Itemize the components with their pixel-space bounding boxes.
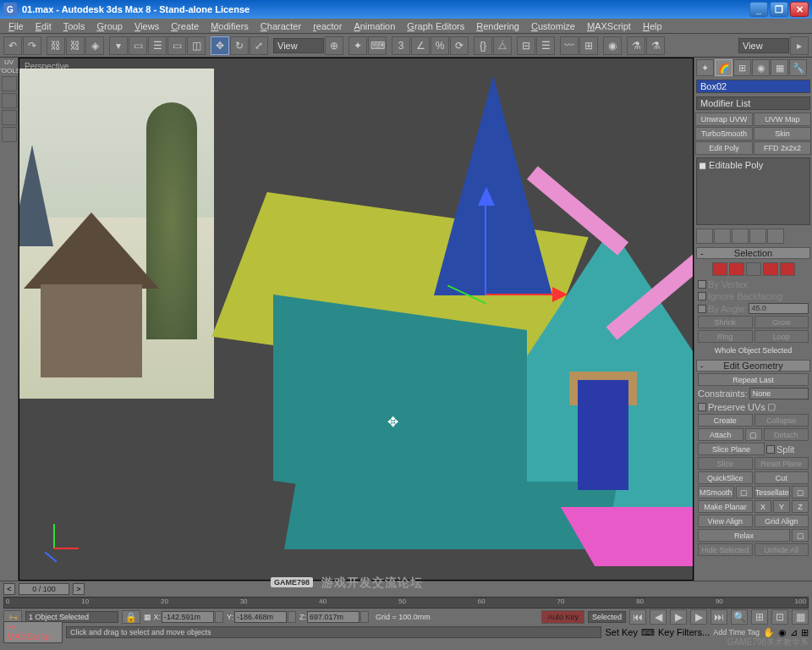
preserve-uvs-settings[interactable]: ▢ (767, 401, 776, 412)
uvtool-4[interactable] (2, 127, 17, 142)
cut-button[interactable]: Cut (754, 471, 809, 484)
mod-ffd[interactable]: FFD 2x2x2 (754, 141, 811, 155)
track-bar[interactable]: 0 10 20 30 40 50 60 70 80 90 100 (3, 597, 809, 609)
subobj-element[interactable] (780, 262, 795, 276)
align-button[interactable]: ⊟ (517, 36, 535, 55)
menu-character[interactable]: Character (255, 20, 306, 32)
remove-mod-button[interactable] (749, 229, 766, 244)
goto-start-button[interactable]: ⏮ (629, 609, 646, 625)
select-button[interactable]: ▭ (129, 36, 147, 55)
subobj-polygon[interactable] (763, 262, 778, 276)
tab-create[interactable]: ✦ (696, 59, 714, 76)
hide-selected-button[interactable]: Hide Selected (698, 543, 753, 556)
grow-button[interactable]: Grow (754, 316, 809, 328)
view-align-button[interactable]: View Align (698, 515, 753, 527)
select-name-button[interactable]: ☰ (148, 36, 167, 55)
mod-skin[interactable]: Skin (754, 127, 811, 140)
zoom-extents-button[interactable]: ⊡ (771, 609, 788, 625)
slice-button[interactable]: Slice (698, 457, 753, 470)
bind-button[interactable]: ◈ (85, 36, 104, 55)
coord-y-spinner[interactable] (288, 611, 296, 623)
manipulate-button[interactable]: ✦ (348, 36, 367, 55)
menu-modifiers[interactable]: Modifiers (206, 20, 254, 32)
scale-button[interactable]: ⤢ (250, 36, 268, 55)
object-name-field[interactable]: Box02 (696, 80, 810, 93)
render-scene-button[interactable]: ⚗ (627, 36, 645, 55)
attach-list-button[interactable]: ▢ (745, 428, 762, 441)
viewport-perspective[interactable]: Perspective (19, 58, 694, 581)
ignore-backfacing-checkbox[interactable] (698, 292, 706, 300)
tab-motion[interactable]: ◉ (752, 59, 770, 76)
menu-tools[interactable]: Tools (58, 20, 91, 32)
by-vertex-checkbox[interactable] (698, 280, 706, 289)
menu-file[interactable]: File (3, 20, 29, 32)
spinner-snap-button[interactable]: ⟳ (450, 36, 469, 55)
detach-button[interactable]: Detach (764, 428, 809, 441)
mirror-button[interactable]: ⧊ (493, 36, 512, 55)
uvtool-3[interactable] (2, 110, 17, 125)
msmooth-button[interactable]: MSmooth (698, 486, 734, 499)
undo-button[interactable]: ↶ (3, 36, 22, 55)
coord-x-value[interactable]: -142.591m (162, 611, 214, 623)
relax-settings[interactable]: ▢ (792, 529, 809, 542)
time-slider[interactable]: 0 / 100 (19, 583, 69, 595)
gizmo-x-axis[interactable] (486, 294, 554, 295)
layers-button[interactable]: ☰ (536, 36, 555, 55)
split-checkbox[interactable] (766, 445, 775, 454)
close-button[interactable]: ✕ (790, 2, 809, 17)
menu-animation[interactable]: Animation (348, 20, 400, 32)
view-arrow-button[interactable]: ▸ (790, 36, 809, 55)
zoom-button[interactable]: 🔍 (731, 609, 748, 625)
relax-button[interactable]: Relax (698, 529, 790, 542)
refcoord-dropdown[interactable]: View (273, 38, 324, 53)
make-planar-button[interactable]: Make Planar (698, 500, 753, 513)
configure-sets-button[interactable] (767, 229, 784, 244)
named-sets-button[interactable]: {} (474, 36, 492, 55)
tab-hierarchy[interactable]: ⊞ (733, 59, 751, 76)
uvtool-1[interactable] (2, 76, 17, 91)
unlink-button[interactable]: ⛓ (66, 36, 85, 55)
grid-align-button[interactable]: Grid Align (754, 515, 809, 527)
play-button[interactable]: ▶ (670, 609, 687, 625)
schematic-button[interactable]: ⊞ (579, 36, 598, 55)
minimize-button[interactable]: _ (749, 2, 768, 17)
rollout-selection-header[interactable]: -Selection (696, 247, 810, 259)
redo-button[interactable]: ↷ (23, 36, 41, 55)
stack-item-editable-poly[interactable]: ◼ Editable Poly (699, 160, 808, 171)
maximize-button[interactable]: ❐ (770, 2, 788, 17)
time-tag[interactable]: Add Time Tag (713, 628, 760, 636)
loop-button[interactable]: Loop (754, 330, 809, 343)
link-button[interactable]: ⛓ (47, 36, 65, 55)
mod-uvw-map[interactable]: UVW Map (754, 113, 811, 126)
timeline-next[interactable]: > (73, 583, 85, 595)
zoom-extents-all-button[interactable]: ▦ (792, 609, 809, 625)
key-filters-button[interactable]: Key Filters... (658, 627, 710, 637)
key-mode-dropdown[interactable]: Selected (588, 611, 626, 623)
lock-icon[interactable]: 🔒 (122, 610, 140, 624)
subobj-edge[interactable] (729, 262, 744, 276)
pin-stack-button[interactable] (696, 229, 713, 244)
menu-edit[interactable]: Edit (30, 20, 57, 32)
menu-help[interactable]: Help (638, 20, 667, 32)
rollout-editgeom-header[interactable]: -Edit Geometry (696, 360, 810, 372)
timeline-prev[interactable]: < (3, 583, 15, 595)
msmooth-settings[interactable]: ▢ (736, 486, 753, 499)
mod-edit-poly[interactable]: Edit Poly (695, 141, 753, 155)
coord-y-value[interactable]: -186.468m (234, 611, 287, 623)
material-button[interactable]: ◉ (603, 36, 622, 55)
subobj-border[interactable] (746, 262, 761, 276)
pivot-button[interactable]: ⊕ (325, 36, 343, 55)
goto-end-button[interactable]: ⏭ (710, 609, 727, 625)
unhide-all-button[interactable]: Unhide All (754, 543, 809, 556)
coord-z-value[interactable]: 697.017m (307, 611, 359, 623)
tessellate-settings[interactable]: ▢ (792, 486, 809, 499)
view-dropdown[interactable]: View (738, 38, 789, 53)
by-angle-value[interactable]: 45.0 (749, 303, 809, 314)
rotate-button[interactable]: ↻ (230, 36, 249, 55)
menu-rendering[interactable]: Rendering (471, 20, 524, 32)
selection-filter-button[interactable]: ▾ (109, 36, 128, 55)
gizmo-y-axis[interactable] (485, 202, 486, 295)
planar-y[interactable]: Y (773, 500, 790, 513)
ring-button[interactable]: Ring (698, 330, 753, 343)
subobj-vertex[interactable] (712, 262, 727, 276)
